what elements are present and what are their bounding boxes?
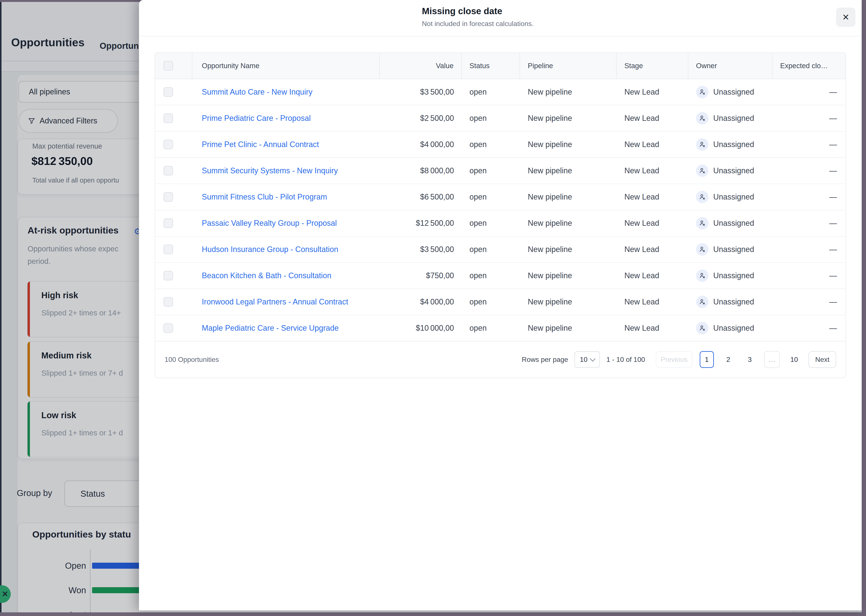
table-row: Prime Pet Clinic - Annual Contract $4 00… [155,131,846,157]
column-header-stage[interactable]: Stage [617,53,688,79]
row-checkbox[interactable] [164,113,173,123]
opportunity-owner: Unassigned [713,140,754,149]
chevron-down-icon [590,356,595,361]
row-checkbox[interactable] [164,324,173,333]
user-x-icon [696,86,709,98]
opportunity-status: open [462,105,520,131]
opportunity-link[interactable]: Summit Security Systems - New Inquiry [202,166,338,175]
user-x-icon [696,165,709,177]
modal-header-divider [139,36,862,36]
opportunity-link[interactable]: Ironwood Legal Partners - Annual Contrac… [202,297,348,306]
opportunity-expected: — [772,184,846,210]
user-x-icon [696,295,709,308]
opportunity-pipeline: New pipeline [520,184,617,210]
opportunity-pipeline: New pipeline [520,315,617,341]
opportunity-owner: Unassigned [713,192,754,201]
opportunity-value: $6 500,00 [380,184,462,210]
pagination-range: 1 - 10 of 100 [606,356,645,364]
opportunity-link[interactable]: Hudson Insurance Group - Consultation [202,245,338,254]
opportunity-link[interactable]: Prime Pet Clinic - Annual Contract [202,140,319,149]
row-checkbox[interactable] [164,87,173,97]
table-footer: 100 Opportunities Rows per page 10 1 - 1… [155,341,846,377]
opportunity-status: open [462,158,520,184]
opportunity-stage: New Lead [617,184,688,210]
opportunity-expected: — [772,158,846,184]
page-button-3[interactable]: 3 [743,351,757,368]
table-row: Beacon Kitchen & Bath - Consultation $75… [155,262,846,289]
opportunity-status: open [462,184,520,210]
opportunity-link[interactable]: Passaic Valley Realty Group - Proposal [202,218,337,228]
row-checkbox[interactable] [164,271,173,280]
row-checkbox[interactable] [164,140,173,149]
column-header-value[interactable]: Value [380,53,462,79]
opportunity-expected: — [772,210,846,236]
column-header-status[interactable]: Status [462,53,520,79]
opportunity-link[interactable]: Maple Pediatric Care - Service Upgrade [202,324,339,333]
rows-per-page-value: 10 [580,356,587,364]
column-header-expected[interactable]: Expected clo… [772,53,846,79]
opportunity-status: open [462,289,520,315]
opportunity-stage: New Lead [617,210,688,236]
opportunity-link[interactable]: Summit Auto Care - New Inquiry [202,88,312,97]
close-icon[interactable]: ✕ [836,8,855,27]
opportunity-status: open [462,263,520,289]
opportunity-expected: — [772,237,846,262]
opportunity-owner: Unassigned [713,245,754,254]
row-checkbox[interactable] [164,297,173,306]
opportunity-value: $3 500,00 [380,79,462,105]
opportunity-link[interactable]: Prime Pediatric Care - Proposal [202,114,311,123]
close-glyph: ✕ [842,12,849,22]
opportunity-link[interactable]: Summit Fitness Club - Pilot Program [202,192,327,201]
opportunity-owner: Unassigned [713,218,754,228]
opportunity-status: open [462,132,520,157]
opportunity-expected: — [772,315,846,341]
table-row: Summit Auto Care - New Inquiry $3 500,00… [155,79,846,105]
opportunity-owner: Unassigned [713,88,754,97]
opportunity-owner: Unassigned [713,324,754,333]
opportunity-status: open [462,237,520,262]
row-checkbox[interactable] [164,192,173,202]
opportunity-stage: New Lead [617,132,688,157]
opportunity-stage: New Lead [617,105,688,131]
row-checkbox[interactable] [164,245,173,254]
opportunity-expected: — [772,263,846,289]
row-checkbox[interactable] [164,166,173,176]
next-page-button[interactable]: Next [809,351,836,368]
opportunity-stage: New Lead [617,263,688,289]
opportunity-status: open [462,315,520,341]
table-row: Passaic Valley Realty Group - Proposal $… [155,210,846,236]
previous-page-button[interactable]: Previous [656,351,692,368]
page-button-10[interactable]: 10 [787,351,801,368]
page-button-2[interactable]: 2 [721,351,735,368]
opportunity-expected: — [772,79,846,105]
user-x-icon [696,322,709,334]
opportunity-pipeline: New pipeline [520,105,617,131]
column-header-owner[interactable]: Owner [688,53,772,79]
row-checkbox[interactable] [164,218,173,228]
select-all-checkbox[interactable] [164,61,173,71]
opportunity-owner: Unassigned [713,114,754,123]
table-row: Ironwood Legal Partners - Annual Contrac… [155,289,846,315]
user-x-icon [696,217,709,229]
opportunity-value: $12 500,00 [380,210,462,236]
rows-per-page-select[interactable]: 10 [575,351,600,368]
column-header-pipeline[interactable]: Pipeline [520,53,617,79]
page-button-…[interactable]: … [764,351,780,368]
opportunity-link[interactable]: Beacon Kitchen & Bath - Consultation [202,271,331,280]
page-button-1[interactable]: 1 [700,351,714,368]
opportunity-pipeline: New pipeline [520,237,617,262]
column-header-name[interactable]: Opportunity Name [192,53,380,79]
opportunity-value: $10 000,00 [380,315,462,341]
opportunity-stage: New Lead [617,289,688,315]
opportunity-owner: Unassigned [713,166,754,175]
opportunity-pipeline: New pipeline [520,263,617,289]
opportunity-owner: Unassigned [713,271,754,280]
opportunity-pipeline: New pipeline [520,289,617,315]
opportunity-stage: New Lead [617,315,688,341]
opportunity-pipeline: New pipeline [520,132,617,157]
modal-subtitle: Not included in forecast calculations. [422,20,534,28]
table-row: Summit Fitness Club - Pilot Program $6 5… [155,184,846,210]
table-row: Hudson Insurance Group - Consultation $3… [155,236,846,262]
opportunity-stage: New Lead [617,79,688,105]
opportunity-value: $8 000,00 [380,158,462,184]
